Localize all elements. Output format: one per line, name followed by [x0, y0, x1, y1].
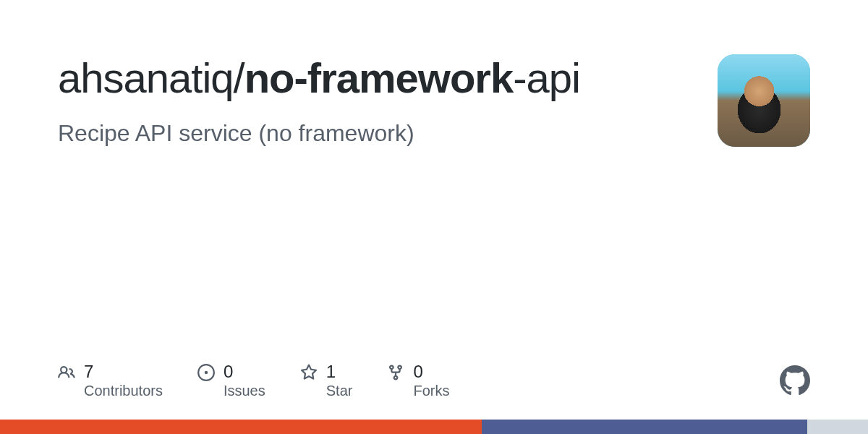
header: ahsanatiq/no-framework-api Recipe API se… [58, 54, 810, 147]
issues-label: Issues [224, 383, 265, 399]
language-segment [482, 420, 807, 434]
stars-count: 1 [326, 362, 353, 383]
stat-content: 7 Contributors [84, 362, 163, 399]
language-bar [0, 420, 868, 434]
star-icon [300, 364, 318, 381]
fork-icon [387, 364, 404, 381]
stat-content: 0 Issues [224, 362, 265, 399]
stars-label: Star [326, 383, 353, 399]
forks-count: 0 [413, 362, 449, 383]
title-section: ahsanatiq/no-framework-api Recipe API se… [58, 54, 689, 147]
stat-content: 0 Forks [413, 362, 449, 399]
repo-name-rest: -api [513, 54, 580, 101]
stat-stars[interactable]: 1 Star [300, 362, 353, 399]
stats-bar: 7 Contributors 0 Issues 1 Star [58, 362, 810, 399]
forks-label: Forks [413, 383, 449, 399]
language-segment [807, 420, 868, 434]
issues-count: 0 [224, 362, 265, 383]
repo-slash: / [234, 54, 244, 101]
stat-forks[interactable]: 0 Forks [387, 362, 449, 399]
language-segment [0, 420, 482, 434]
repo-name-bold: no-framework [244, 54, 514, 101]
repo-title[interactable]: ahsanatiq/no-framework-api [58, 54, 689, 103]
contributors-label: Contributors [84, 383, 163, 399]
stat-issues[interactable]: 0 Issues [197, 362, 265, 399]
stat-content: 1 Star [326, 362, 353, 399]
contributors-count: 7 [84, 362, 163, 383]
repo-owner: ahsanatiq [58, 54, 234, 101]
github-logo-icon[interactable] [780, 365, 810, 396]
stat-contributors[interactable]: 7 Contributors [58, 362, 163, 399]
avatar[interactable] [718, 54, 810, 147]
repo-description: Recipe API service (no framework) [58, 120, 689, 147]
stats-list: 7 Contributors 0 Issues 1 Star [58, 362, 449, 399]
issue-icon [197, 364, 215, 381]
people-icon [58, 364, 75, 381]
